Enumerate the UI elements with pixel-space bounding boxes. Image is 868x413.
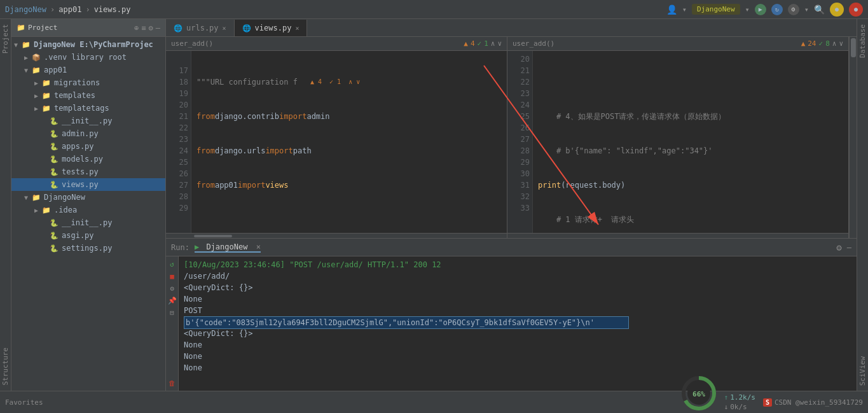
py-icon: 🐍 — [50, 181, 60, 189]
right-editor-scroll[interactable]: 20 21 22 23 24 25 26 27 28 29 30 31 — [507, 51, 848, 233]
dropdown2[interactable]: ▾ — [804, 5, 809, 14]
tree-item-asgi-py[interactable]: 🐍 asgi.py — [11, 229, 165, 242]
tree-label: .venv library root — [44, 53, 127, 62]
red-btn[interactable]: ● — [849, 3, 863, 17]
right-editor-header: user_add() ▲ 24 ✓ 8 ∧ ∨ — [507, 37, 848, 51]
close-tab-views[interactable]: × — [295, 25, 299, 32]
tree-item-views-py[interactable]: 🐍 views.py — [11, 178, 165, 191]
tree-item-migrations[interactable]: ▶ 📁 migrations — [11, 76, 165, 89]
chevron-down-icon2[interactable]: ∨ — [839, 39, 843, 48]
tree-item-init2-py[interactable]: 🐍 __init__.py — [11, 216, 165, 229]
run-minimize-icon[interactable]: — — [847, 243, 851, 252]
close-tab-urls[interactable]: × — [223, 25, 226, 32]
rerun-icon[interactable]: ↺ — [167, 259, 177, 269]
breadcrumb-django[interactable]: DjangoNew — [5, 5, 46, 14]
settings-run-icon[interactable]: ⚙ — [167, 283, 177, 293]
breadcrumb-views[interactable]: views.py — [94, 5, 131, 14]
tree-item-djangonew-root[interactable]: ▼ 📁 DjangoNew E:\PyCharmProjec — [11, 38, 165, 51]
panel-header: 📁 Project ⊕ ≡ ⚙ — — [11, 19, 165, 37]
views-file-icon: 🌐 — [242, 24, 251, 32]
tab-views-py[interactable]: 🌐 views.py × — [235, 20, 308, 36]
chevron-down-icon[interactable]: ∨ — [497, 39, 502, 48]
dropdown-arrow[interactable]: ▾ — [745, 5, 750, 14]
structure-label[interactable]: Structure — [1, 347, 10, 386]
top-bar: DjangoNew › app01 › views.py 👤 ▾ DjangoN… — [0, 0, 868, 19]
right-line-numbers: 20 21 22 23 24 25 26 27 28 29 30 31 — [507, 51, 533, 233]
django-project-btn[interactable]: DjangoNew — [692, 4, 740, 15]
warning-count2: 24 — [808, 39, 816, 48]
tree-label: models.py — [62, 155, 103, 164]
run-output-line: None — [184, 362, 851, 374]
run-btn[interactable]: ▶ — [755, 4, 766, 15]
run-output-line: None — [184, 351, 851, 362]
run-tab-bar: Run: ▶ DjangoNew × ⚙ — — [166, 239, 857, 256]
right-editor-pane: user_add() ▲ 24 ✓ 8 ∧ ∨ 20 — [507, 37, 849, 238]
filter-icon[interactable]: ⊟ — [167, 307, 177, 318]
warning-icon: ▲ — [464, 39, 468, 48]
run-content-area: ↺ ■ ⚙ 📌 ⊟ 🗑 [10/Aug/2023 23:46:46] "POST… — [166, 256, 857, 391]
code-line: # 1 请求体+ 请求头 — [538, 214, 848, 225]
person-icon[interactable]: 👤 — [666, 4, 677, 15]
person-dropdown[interactable]: ▾ — [682, 5, 687, 14]
code-line — [196, 214, 502, 225]
database-label[interactable]: Database — [858, 24, 867, 58]
yellow-btn[interactable]: ● — [830, 3, 844, 17]
run-tab-label: Run: — [171, 243, 189, 252]
tree-item-models-py[interactable]: 🐍 models.py — [11, 153, 165, 165]
add-icon[interactable]: ⊕ — [134, 24, 139, 32]
tree-item-djangonew-sub[interactable]: ▼ 📁 DjangoNew — [11, 191, 165, 204]
breadcrumb-app01[interactable]: app01 — [59, 5, 81, 14]
svg-text:66%: 66% — [692, 390, 705, 398]
run-output[interactable]: [10/Aug/2023 23:46:46] "POST /user/add/ … — [179, 256, 857, 391]
pin-icon[interactable]: 📌 — [167, 295, 177, 305]
tree-item-apps-py[interactable]: 🐍 apps.py — [11, 140, 165, 153]
py-icon: 🐍 — [50, 143, 60, 151]
run-icon: ▶ — [195, 242, 199, 251]
btn3[interactable]: ⚙ — [788, 4, 799, 15]
tree-item-admin-py[interactable]: 🐍 admin.py — [11, 127, 165, 140]
trash-icon[interactable]: 🗑 — [167, 378, 177, 388]
project-label[interactable]: Project — [1, 24, 10, 53]
sync-btn[interactable]: ↻ — [771, 4, 783, 15]
left-breadcrumb: user_add() — [171, 39, 213, 48]
tree-item-idea[interactable]: ▶ 📁 .idea — [11, 204, 165, 216]
tree-label: __init__.py — [62, 218, 112, 227]
close-panel-icon[interactable]: — — [156, 24, 160, 32]
chevron-up-icon[interactable]: ∧ — [491, 39, 495, 48]
right-code-content[interactable]: # 4、如果是POST请求，传递请求体（原始数据） # b'{"name": "… — [533, 51, 848, 233]
gear-icon[interactable]: ⚙ — [149, 24, 153, 32]
sort-icon[interactable]: ≡ — [141, 24, 146, 32]
tree-item-templates[interactable]: ▶ 📁 templates — [11, 89, 165, 102]
py-icon: 🐍 — [50, 155, 60, 164]
close-run-tab-icon[interactable]: × — [256, 242, 261, 251]
tree-item-settings-py[interactable]: 🐍 settings.py — [11, 242, 165, 255]
expand-arrow: ▶ — [34, 105, 42, 112]
tab-urls-py[interactable]: 🌐 urls.py × — [166, 20, 235, 36]
tree-item-venv[interactable]: ▶ 📦 .venv library root — [11, 51, 165, 64]
chevron-up-icon2[interactable]: ∧ — [832, 39, 837, 48]
upload-speed: 1.2k/s — [730, 393, 755, 402]
tree-label: tests.py — [62, 167, 99, 176]
left-editor-pane: user_add() ▲ 4 ✓ 1 ∧ ∨ 17 — [166, 37, 507, 238]
right-breadcrumb: user_add() — [513, 39, 555, 48]
code-line: from django.contrib import admin — [196, 111, 502, 122]
run-settings-icon[interactable]: ⚙ — [836, 242, 841, 253]
expand-arrow: ▼ — [24, 194, 32, 201]
tree-item-app01[interactable]: ▼ 📁 app01 — [11, 64, 165, 76]
tree-item-init-py[interactable]: 🐍 __init__.py — [11, 115, 165, 127]
run-tab-djangonew[interactable]: ▶ DjangoNew × — [195, 242, 261, 253]
sciview-label[interactable]: SciView — [858, 356, 867, 386]
favorites-label[interactable]: Favorites — [5, 398, 43, 407]
folder-icon: 📁 — [42, 206, 52, 214]
stop-icon[interactable]: ■ — [167, 271, 177, 281]
left-code-content[interactable]: """URL configuration f▲ 4 ✓ 1 ∧ ∨ from d… — [191, 51, 507, 233]
main-content: Project Structure 📁 Project ⊕ ≡ ⚙ — ▼ 📁 … — [0, 19, 868, 391]
run-output-line: None — [184, 339, 851, 351]
folder-icon: 📁 — [32, 193, 42, 202]
tree-item-tests-py[interactable]: 🐍 tests.py — [11, 165, 165, 178]
left-editor-scroll[interactable]: 17 18 19 20 21 22 23 24 25 26 27 28 — [166, 51, 507, 233]
search-icon[interactable]: 🔍 — [814, 4, 825, 15]
tree-item-templatetags[interactable]: ▶ 📁 templatetags — [11, 102, 165, 115]
tree-label: admin.py — [62, 129, 99, 138]
download-speed: 0k/s — [730, 403, 747, 411]
